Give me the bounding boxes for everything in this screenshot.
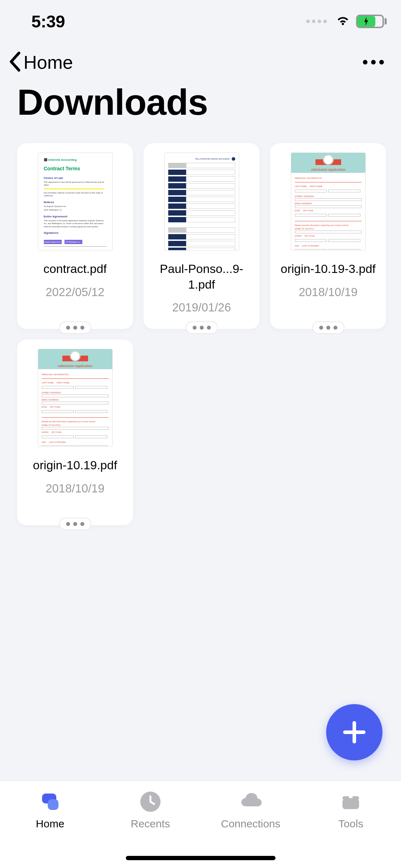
file-more-button[interactable]: [185, 321, 218, 334]
file-card[interactable]: Admission Application PERSONAL INFORMATI…: [270, 143, 386, 329]
chevron-left-icon: [7, 51, 22, 73]
home-icon: [39, 791, 61, 813]
add-button[interactable]: [326, 704, 382, 760]
connections-icon: [240, 791, 262, 813]
tab-label: Home: [36, 818, 65, 830]
file-thumbnail: Admission Application PERSONAL INFORMATI…: [38, 349, 113, 447]
home-indicator: [126, 856, 276, 860]
file-date: 2018/10/19: [46, 482, 104, 495]
file-name: contract.pdf: [43, 261, 107, 277]
status-bar: 5:39: [0, 0, 401, 43]
plus-icon: [343, 720, 366, 744]
file-name: origin-10.19-3.pdf: [281, 261, 376, 277]
more-horizontal-icon: [363, 60, 384, 64]
svg-rect-4: [343, 799, 359, 809]
file-more-button[interactable]: [59, 518, 91, 530]
file-date: 2022/05/12: [46, 285, 104, 299]
file-thumbnail: ⬛ Umbrella Accounting Contract Terms Cho…: [38, 153, 113, 250]
battery-icon: [356, 15, 384, 28]
status-time: 5:39: [31, 12, 65, 31]
tools-icon: [340, 791, 362, 813]
file-name: origin-10.19.pdf: [33, 458, 117, 473]
file-date: 2019/01/26: [172, 301, 231, 314]
back-button[interactable]: Home: [7, 51, 73, 73]
file-name: Paul-Ponso...9-1.pdf: [149, 261, 254, 292]
file-date: 2018/10/19: [299, 285, 358, 299]
tab-label: Tools: [338, 818, 363, 830]
svg-rect-5: [349, 795, 353, 798]
page-title: Downloads: [0, 77, 401, 143]
tab-bar: Home Recents Connections Tools: [0, 780, 401, 868]
tab-label: Connections: [221, 818, 281, 830]
tab-home[interactable]: Home: [0, 791, 100, 868]
more-button[interactable]: [363, 60, 384, 64]
status-icons: [306, 12, 384, 30]
file-card[interactable]: PAUL PONSFORD LIMITED SITE SURVEY Paul-P…: [144, 143, 259, 329]
recents-icon: [139, 791, 161, 813]
back-label: Home: [24, 52, 73, 73]
tab-label: Recents: [131, 818, 170, 830]
file-card[interactable]: ⬛ Umbrella Accounting Contract Terms Cho…: [17, 143, 133, 329]
file-card[interactable]: Admission Application PERSONAL INFORMATI…: [17, 340, 133, 525]
file-more-button[interactable]: [312, 321, 344, 334]
tab-tools[interactable]: Tools: [301, 791, 401, 868]
nav-bar: Home: [0, 43, 401, 77]
wifi-icon: [335, 12, 351, 30]
file-more-button[interactable]: [59, 321, 91, 334]
file-thumbnail: PAUL PONSFORD LIMITED SITE SURVEY: [164, 153, 239, 250]
files-grid: ⬛ Umbrella Accounting Contract Terms Cho…: [0, 143, 401, 525]
file-thumbnail: Admission Application PERSONAL INFORMATI…: [291, 153, 366, 250]
cellular-icon: [306, 20, 327, 23]
